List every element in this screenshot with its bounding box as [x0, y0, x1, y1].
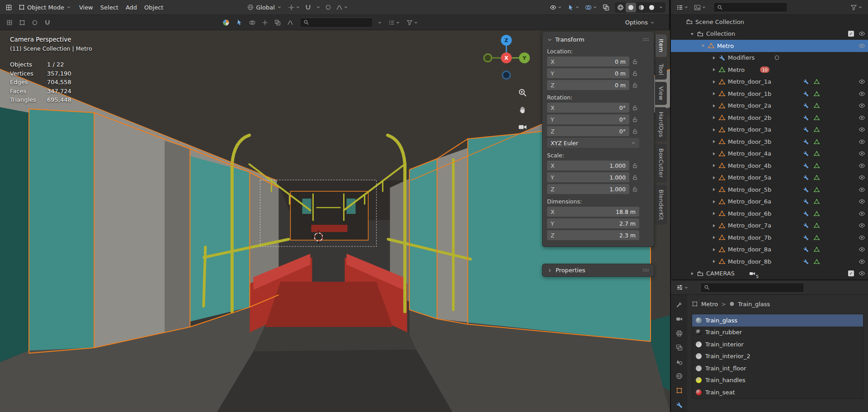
rotation-z-field[interactable]: Z0° [547, 126, 629, 136]
display-mode-dropdown[interactable] [387, 18, 402, 27]
gizmo-axis-x[interactable]: X [501, 52, 512, 63]
scale-y-field[interactable]: Y1.000 [547, 172, 629, 182]
material-slot[interactable]: Train_seat [692, 386, 863, 398]
disclosure-right-icon[interactable] [689, 271, 695, 276]
tool-option-icon-5[interactable] [247, 18, 257, 27]
viewport-camera-button[interactable] [518, 123, 527, 133]
3d-viewport[interactable]: Object Mode ViewSelectAddObject Global [0, 0, 670, 412]
visibility-eye-toggle[interactable] [859, 246, 865, 253]
disclosure-down-icon[interactable] [700, 43, 706, 48]
disclosure-right-icon[interactable] [711, 187, 717, 192]
visibility-eye-toggle[interactable] [859, 78, 865, 85]
lock-toggle[interactable] [632, 161, 638, 170]
lock-toggle[interactable] [632, 103, 638, 113]
orientation-dropdown[interactable]: Global [244, 2, 285, 13]
props-tab-scene[interactable] [671, 355, 687, 369]
transform-panel-title[interactable]: Transform [555, 36, 585, 43]
props-tab-object[interactable] [671, 384, 687, 398]
location-y-field[interactable]: Y0 m [547, 68, 629, 78]
shading-solid[interactable] [626, 3, 636, 12]
visibility-eye-toggle[interactable] [859, 114, 865, 121]
outliner-row[interactable]: Metro_door_4a [671, 148, 868, 160]
lock-toggle[interactable] [632, 114, 638, 124]
location-x-field[interactable]: X0 m [547, 57, 629, 66]
outliner-row[interactable]: Metro_door_7b [671, 232, 868, 244]
gizmo-axis-x-negative[interactable] [483, 53, 492, 62]
snap-settings-dropdown[interactable] [314, 4, 322, 11]
proportional-falloff-dropdown[interactable] [334, 3, 350, 12]
visibility-eye-toggle[interactable] [859, 186, 865, 193]
outliner-filter-dropdown[interactable] [849, 3, 864, 12]
snap-toggle[interactable] [303, 3, 313, 12]
outliner-row[interactable]: Collection✓ [671, 28, 868, 40]
scale-z-field[interactable]: Z1.000 [547, 184, 629, 194]
filter-dropdown[interactable] [405, 18, 420, 27]
visibility-eye-toggle[interactable] [859, 162, 865, 169]
collection-checkbox[interactable]: ✓ [848, 270, 854, 276]
outliner-scope-dropdown[interactable] [692, 3, 708, 12]
outliner-row[interactable]: Metro_door_5a [671, 172, 868, 184]
lock-toggle[interactable] [632, 172, 638, 182]
options-dropdown[interactable]: Options [622, 17, 658, 28]
toggle-gizmos[interactable] [566, 3, 581, 12]
disclosure-right-icon[interactable] [711, 247, 717, 252]
material-slot[interactable]: Train_rubber [692, 327, 863, 339]
outliner-row[interactable]: Metro_door_6a [671, 196, 868, 208]
tool-option-icon-2[interactable] [17, 18, 27, 27]
outliner-display-mode-dropdown[interactable] [675, 3, 690, 12]
disclosure-right-icon[interactable] [711, 115, 717, 120]
props-tab-render[interactable] [671, 312, 687, 327]
disclosure-right-icon[interactable] [711, 151, 717, 156]
sidebar-tab-item[interactable]: Item [655, 34, 667, 57]
visibility-eye-toggle[interactable] [859, 102, 865, 109]
sidebar-tab-boxcutter[interactable]: BoxCutter [655, 144, 667, 182]
tool-option-icon-4[interactable] [42, 18, 52, 27]
outliner-row[interactable]: Metro_door_3a [671, 124, 868, 136]
tool-option-icon-6[interactable] [260, 18, 270, 27]
material-slot[interactable]: Train_handles [692, 374, 863, 387]
lock-toggle[interactable] [632, 126, 638, 136]
outliner-row[interactable]: Metro_door_2b [671, 112, 868, 124]
rotation-x-field[interactable]: X0° [547, 103, 629, 113]
disclosure-right-icon[interactable] [711, 127, 717, 133]
lock-toggle[interactable] [632, 68, 638, 78]
shading-rendered[interactable] [646, 3, 657, 12]
disclosure-right-icon[interactable] [711, 79, 717, 85]
scale-x-field[interactable]: X1.000 [547, 161, 629, 170]
breadcrumb-object[interactable]: Metro [701, 301, 718, 308]
visibility-eye-toggle[interactable] [859, 126, 865, 133]
visibility-eye-toggle[interactable] [859, 258, 865, 265]
location-z-field[interactable]: Z0 m [547, 80, 629, 90]
props-tab-tool[interactable] [671, 298, 687, 312]
visibility-eye-toggle[interactable] [859, 150, 865, 157]
outliner-search-input[interactable] [713, 2, 788, 12]
disclosure-right-icon[interactable] [711, 175, 717, 180]
properties-subpanel-collapsed[interactable]: Properties [542, 264, 654, 276]
editor-type-button[interactable] [4, 3, 14, 12]
toggle-visibility[interactable] [548, 3, 564, 12]
visibility-eye-toggle[interactable] [859, 138, 865, 145]
visibility-eye-toggle[interactable] [859, 198, 865, 205]
pivot-point-dropdown[interactable] [286, 3, 302, 12]
visibility-eye-toggle[interactable] [859, 210, 865, 217]
select-box-tool-button[interactable] [234, 18, 245, 27]
menu-view[interactable]: View [75, 2, 97, 13]
properties-editor-type-dropdown[interactable] [675, 283, 690, 292]
material-slot[interactable]: Train_glass [692, 314, 863, 327]
disclosure-right-icon[interactable] [711, 199, 717, 204]
visibility-eye-toggle[interactable] [859, 90, 865, 97]
outliner-row[interactable]: Metro_door_2a [671, 100, 868, 112]
outliner-row[interactable]: Metro_door_1b [671, 88, 868, 100]
visibility-eye-toggle[interactable] [859, 234, 865, 241]
disclosure-right-icon[interactable] [711, 55, 717, 61]
sidebar-tab-hardops[interactable]: HardOps [655, 107, 667, 142]
viewport-canvas[interactable]: Camera Perspective (11) Scene Collection… [0, 30, 670, 412]
disclosure-right-icon[interactable] [711, 235, 717, 240]
grip-icon[interactable] [642, 36, 649, 43]
outliner-row[interactable]: Metro_door_8a [671, 244, 868, 256]
toggle-xray[interactable] [601, 3, 611, 12]
visibility-eye-toggle[interactable] [859, 43, 865, 49]
menu-object[interactable]: Object [141, 2, 167, 13]
tool-option-icon-1[interactable] [5, 18, 14, 27]
outliner-row[interactable]: Metro_door_6b [671, 208, 868, 220]
